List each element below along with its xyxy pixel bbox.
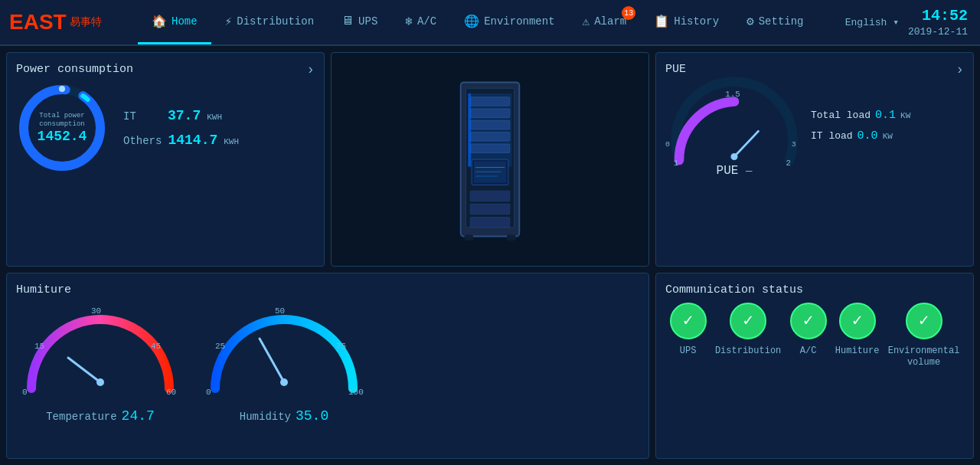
svg-text:15: 15 <box>34 342 44 351</box>
donut-label: Total powerconsumption <box>38 112 87 129</box>
navigation: EAST 易事特 🏠 Home ⚡ Distribution 🖥 UPS ❄ A… <box>0 0 980 46</box>
svg-text:1: 1 <box>674 159 678 168</box>
it-stat-row: IT 37.7 KWH <box>123 108 239 123</box>
svg-point-37 <box>280 378 288 386</box>
nav-alarm[interactable]: ⚠ Alarm 13 <box>569 0 641 44</box>
pue-gauge: 1 1.5 2 0 3 PUE — <box>665 76 803 175</box>
env-status-icon: ✓ <box>906 303 942 339</box>
temp-value: 24.7 <box>122 408 155 424</box>
total-load-value: 0.1 <box>875 109 896 122</box>
distribution-label: Distribution <box>715 345 781 358</box>
svg-text:1.5: 1.5 <box>725 90 740 99</box>
total-load-row: Total load 0.1 KW <box>811 109 910 122</box>
power-consumption-card: Power consumption › Total powerconsumpti… <box>6 52 325 267</box>
logo-cn: 易事特 <box>70 15 102 29</box>
nav-ac[interactable]: ❄ A/C <box>391 0 450 44</box>
svg-text:30: 30 <box>91 306 101 316</box>
svg-rect-7 <box>470 109 510 117</box>
main-grid: Power consumption › Total powerconsumpti… <box>0 46 980 465</box>
svg-rect-18 <box>470 217 510 227</box>
dot-indicator <box>59 86 65 92</box>
history-icon: 📋 <box>654 14 669 29</box>
distribution-status-icon: ✓ <box>730 303 766 339</box>
nav-items: 🏠 Home ⚡ Distribution 🖥 UPS ❄ A/C 🌐 Envi… <box>138 0 845 44</box>
power-arrow-icon[interactable]: › <box>306 62 315 77</box>
nav-home-label: Home <box>172 15 198 28</box>
env-icon: 🌐 <box>464 14 479 29</box>
temp-label: Temperature <box>46 411 116 423</box>
svg-line-22 <box>734 131 759 156</box>
svg-text:0: 0 <box>665 140 670 149</box>
it-value: 37.7 <box>168 108 201 123</box>
logo-east: EAST <box>9 10 67 34</box>
nav-distribution-label: Distribution <box>237 15 314 28</box>
communication-card: Communication status ✓ UPS ✓ Distributio… <box>655 273 974 460</box>
nav-right: English ▾ 14:52 2019-12-11 <box>845 6 980 39</box>
it-load-label: IT load <box>811 130 853 142</box>
nav-history[interactable]: 📋 History <box>640 0 733 44</box>
nav-distribution[interactable]: ⚡ Distribution <box>211 0 328 44</box>
others-stat-row: Others 1414.7 KWH <box>123 133 239 148</box>
pue-arrow-icon[interactable]: › <box>956 62 964 77</box>
svg-text:100: 100 <box>348 388 364 397</box>
svg-rect-9 <box>470 132 510 140</box>
svg-text:50: 50 <box>275 306 285 316</box>
comm-grid: ✓ UPS ✓ Distribution ✓ A/C ✓ Humiture ✓ … <box>665 296 964 369</box>
nav-alarm-label: Alarm <box>594 15 626 28</box>
donut-center: Total powerconsumption 1452.4 <box>38 112 87 144</box>
svg-rect-16 <box>470 191 510 201</box>
env-label: Environmentalvolume <box>888 345 960 369</box>
svg-rect-6 <box>470 97 510 105</box>
ac-status-label: A/C <box>800 345 817 358</box>
temp-gauge-svg: 0 15 30 45 60 <box>16 296 185 404</box>
svg-text:3: 3 <box>792 140 796 149</box>
clock: 14:52 2019-12-11 <box>908 6 968 39</box>
hum-gauge-svg: 0 25 50 75 100 <box>200 296 368 404</box>
it-load-unit: KW <box>883 132 893 141</box>
nav-ups[interactable]: 🖥 UPS <box>328 0 391 44</box>
nav-setting[interactable]: ⚙ Setting <box>733 0 817 44</box>
nav-environment-label: Environment <box>484 15 554 28</box>
power-inner: Total powerconsumption 1452.4 IT 37.7 KW… <box>16 82 315 174</box>
hum-label: Humidity <box>240 411 291 423</box>
pue-stats: Total load 0.1 KW IT load 0.0 KW <box>811 109 910 142</box>
svg-rect-19 <box>468 93 471 167</box>
svg-text:25: 25 <box>215 342 225 351</box>
hum-gauge-wrap: 0 25 50 75 100 Humidity 35.0 <box>200 296 368 424</box>
svg-line-36 <box>260 339 284 382</box>
ups-label: UPS <box>680 345 697 358</box>
comm-env: ✓ Environmentalvolume <box>888 303 960 369</box>
pue-inner: 1 1.5 2 0 3 PUE — Total load 0.1 KW <box>665 76 964 175</box>
alarm-icon: ⚠ <box>583 14 590 29</box>
ups-icon: 🖥 <box>341 14 354 28</box>
nav-home[interactable]: 🏠 Home <box>138 0 211 44</box>
comm-ac: ✓ A/C <box>790 303 827 358</box>
svg-text:2: 2 <box>786 159 791 168</box>
alarm-badge: 13 <box>622 6 635 20</box>
svg-text:0: 0 <box>22 388 28 397</box>
others-value: 1414.7 <box>168 133 217 148</box>
humiture-card: Humiture <box>6 273 649 460</box>
humiture-status-label: Humiture <box>835 345 880 358</box>
nav-ac-label: A/C <box>417 15 436 28</box>
nav-ups-label: UPS <box>358 15 377 28</box>
nav-environment[interactable]: 🌐 Environment <box>450 0 568 44</box>
ac-status-icon: ✓ <box>790 303 827 339</box>
humiture-inner: 0 15 30 45 60 Temperature 24.7 <box>16 296 639 424</box>
comm-humiture: ✓ Humiture <box>835 303 880 358</box>
svg-text:45: 45 <box>151 342 161 351</box>
svg-point-30 <box>96 378 104 386</box>
svg-text:75: 75 <box>336 342 346 351</box>
power-title: Power consumption <box>16 63 133 76</box>
comm-distribution: ✓ Distribution <box>715 303 781 358</box>
hum-value-row: Humidity 35.0 <box>240 408 328 424</box>
svg-rect-10 <box>470 144 510 152</box>
it-load-row: IT load 0.0 KW <box>811 129 910 142</box>
temp-value-row: Temperature 24.7 <box>46 408 155 424</box>
temp-gauge-wrap: 0 15 30 45 60 Temperature 24.7 <box>16 296 185 424</box>
pue-card: PUE › 1 1.5 2 0 3 <box>655 52 974 267</box>
pue-bottom-value: — <box>746 165 752 177</box>
svg-point-23 <box>731 153 738 160</box>
language-selector[interactable]: English ▾ <box>845 16 899 28</box>
others-label: Others <box>123 135 162 147</box>
